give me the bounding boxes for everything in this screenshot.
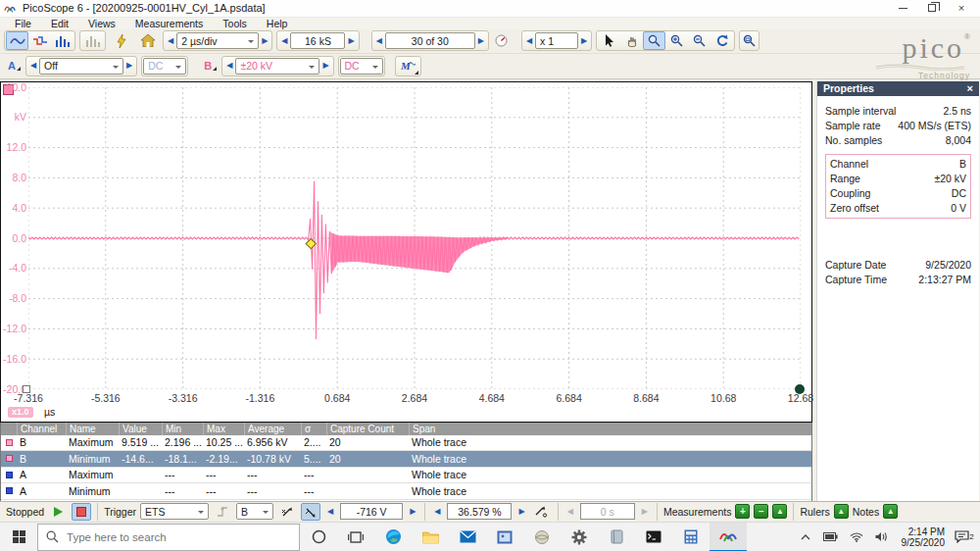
column-header-span[interactable]: Span [409,423,811,435]
pointer-tool-button[interactable] [598,31,620,50]
volume-icon[interactable] [870,523,894,551]
measurement-row-a-maximum[interactable]: AMaximum------------Whole trace [1,468,811,484]
taskbar-search[interactable] [37,524,300,551]
measurement-row-a-minimum[interactable]: AMinimum------------Whole trace [1,483,811,500]
rulers-button[interactable]: ▲ [834,504,849,519]
terminal-button[interactable] [635,523,672,551]
channel-b-menu[interactable]: B [200,60,218,72]
column-header-min[interactable]: Min [162,423,203,435]
menu-item-tools[interactable]: Tools [214,18,256,29]
falling-edge-button[interactable] [301,503,320,521]
column-header-name[interactable]: Name [66,423,119,435]
channel-b-range-select[interactable]: ±20 kV [235,58,319,75]
cortana-button[interactable] [300,523,337,551]
zoom-tool-button[interactable] [643,31,665,50]
auto-setup-button[interactable] [110,31,132,50]
trigger-level-increase-arrow[interactable]: ▶ [407,508,418,516]
buffer-overview-button[interactable] [493,31,510,50]
home-button[interactable] [136,31,159,50]
pretrigger-increase-arrow[interactable]: ▶ [515,508,527,516]
menu-item-edit[interactable]: Edit [42,18,77,29]
buffer-navigator[interactable]: 30 of 30 [385,32,475,49]
add-measurement-button[interactable]: + [735,504,750,519]
stop-capture-button[interactable] [72,503,91,521]
zoom-overview-button[interactable] [741,31,758,50]
scope-chart-view[interactable]: 20.0kV12.08.04.00.0-4.0-8.0-12.0-16.0-20… [0,81,812,423]
pretrigger-decrease-arrow[interactable]: ◀ [431,508,443,516]
remove-measurement-button[interactable]: − [754,504,768,519]
column-header-capture-count[interactable]: Capture Count [326,423,409,435]
measurement-row-b-minimum[interactable]: BMinimum-14.6...-18.1...-2.19...-10.78 k… [1,451,811,468]
pretrigger-input[interactable]: 36.579 % [447,503,512,520]
menu-item-measurements[interactable]: Measurements [126,18,212,29]
minimize-button[interactable] [888,0,917,16]
column-header-average[interactable]: Average [244,423,301,435]
search-input[interactable] [67,531,272,543]
samples-decrease-arrow[interactable]: ◀ [278,37,290,45]
zoom-factor-decrease-arrow[interactable]: ◀ [523,37,535,45]
picoscope-taskbar-button[interactable] [710,523,747,551]
settings-button[interactable] [561,523,598,551]
channel-a-range-next-arrow[interactable]: ▶ [123,62,135,70]
start-button[interactable] [0,523,37,551]
zoom-out-tool-button[interactable] [688,31,710,50]
column-header-max[interactable]: Max [203,423,244,435]
column-header-value[interactable]: Value [119,423,162,435]
channel-b-range-prev-arrow[interactable]: ◀ [223,62,235,70]
restore-button[interactable] [917,0,947,16]
notebook-app-button[interactable] [598,523,635,551]
spectrum-view-button[interactable] [51,31,74,50]
undo-zoom-button[interactable] [710,31,733,50]
trigger-channel-select[interactable]: B [236,503,273,520]
zoom-in-tool-button[interactable] [665,31,688,50]
samples-input[interactable]: 16 kS [290,32,345,49]
axis-scale-handle[interactable] [23,385,30,393]
menu-item-views[interactable]: Views [79,18,124,29]
wifi-icon[interactable] [845,523,868,551]
notification-center-button[interactable]: 2 [953,523,976,551]
trigger-mode-select[interactable]: ETS [140,503,209,520]
close-button[interactable]: × [947,0,976,16]
start-capture-button[interactable] [48,503,68,521]
trigger-level-input[interactable]: -716 V [340,503,403,520]
task-view-button[interactable] [337,523,374,551]
internet-app-button[interactable] [523,523,561,551]
file-explorer-button[interactable] [412,523,449,551]
channel-a-range-prev-arrow[interactable]: ◀ [27,62,39,70]
buffer-next-arrow[interactable]: ▶ [475,37,487,45]
channel-b-coupling-select[interactable]: DC [340,58,383,75]
move-trigger-marker-button[interactable] [532,503,552,521]
channel-a-range-select[interactable]: Off [39,58,123,75]
timebase-prev-arrow[interactable]: ◀ [165,37,176,45]
notes-button[interactable]: ▲ [883,504,898,519]
buffer-prev-arrow[interactable]: ◀ [373,37,385,45]
calculator-button[interactable] [672,523,710,551]
trigger-level-decrease-arrow[interactable]: ◀ [324,508,336,516]
samples-increase-arrow[interactable]: ▶ [345,37,357,45]
tray-chevron-icon[interactable] [794,523,817,551]
properties-close-icon[interactable]: × [967,82,973,94]
photos-button[interactable] [486,523,523,551]
persistence-view-button[interactable] [28,31,51,50]
menu-item-help[interactable]: Help [258,18,297,29]
zoom-factor-increase-arrow[interactable]: ▶ [578,37,590,45]
advanced-trigger-button[interactable] [277,503,297,521]
column-header--[interactable]: σ [301,423,326,435]
waveform-plot[interactable] [28,87,801,389]
math-channels-button[interactable]: M [397,57,419,75]
scope-view-button[interactable] [6,31,28,50]
channel-b-range-next-arrow[interactable]: ▶ [319,62,331,70]
menu-item-file[interactable]: File [6,18,40,29]
timebase-next-arrow[interactable]: ▶ [259,37,270,45]
measurement-row-b-maximum[interactable]: BMaximum9.519 ...2.196 ...10.25 ...6.956… [1,435,811,452]
zoom-factor-input[interactable]: x 1 [535,32,578,49]
timebase-select[interactable]: 2 µs/div [176,32,259,49]
taskbar-clock[interactable]: 2:14 PM 9/25/2020 [896,526,952,548]
battery-icon[interactable] [819,523,843,551]
hand-tool-button[interactable] [620,31,643,50]
mail-button[interactable] [449,523,486,551]
edge-button[interactable] [374,523,412,551]
channel-a-menu[interactable]: A [4,60,22,72]
edit-measurement-button[interactable]: ▲ [772,504,787,519]
column-header-channel[interactable]: Channel [17,423,66,435]
